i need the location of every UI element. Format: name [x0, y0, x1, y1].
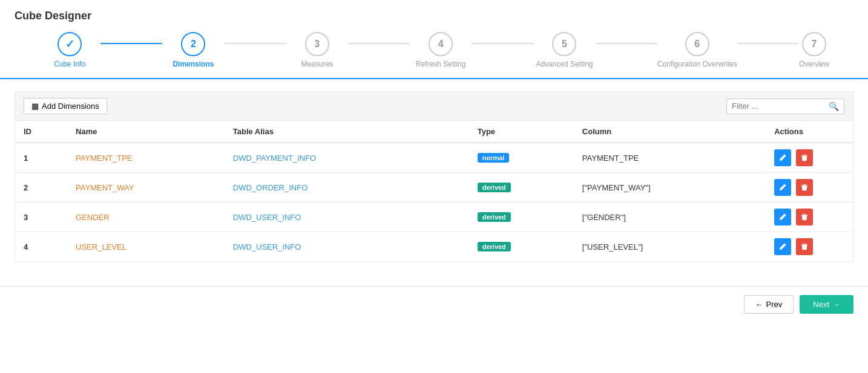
step-circle-3: 3 — [305, 32, 329, 56]
step-line-4 — [472, 43, 533, 44]
col-header-name: Name — [67, 121, 225, 143]
next-arrow-icon: → — [832, 300, 840, 309]
trash-icon — [800, 183, 809, 192]
dimensions-table: ID Name Table Alias Type Column Actions … — [15, 120, 853, 262]
delete-button[interactable] — [796, 149, 813, 166]
cell-alias: DWD_USER_INFO — [225, 203, 469, 232]
cell-id: 4 — [15, 232, 68, 262]
next-label: Next — [813, 300, 829, 309]
step-item-overview[interactable]: 7 Overview — [799, 32, 829, 68]
trash-icon — [800, 242, 809, 251]
cell-id: 2 — [15, 173, 68, 203]
type-badge: derived — [478, 212, 511, 222]
prev-label: Prev — [766, 300, 783, 309]
cell-alias: DWD_ORDER_INFO — [225, 173, 469, 203]
step-item-refresh-setting[interactable]: 4 Refresh Setting — [410, 32, 472, 68]
col-header-column: Column — [574, 121, 766, 143]
edit-button[interactable] — [774, 209, 791, 225]
cell-column: ["PAYMENT_WAY"] — [574, 173, 766, 203]
table-icon: ▦ — [31, 102, 39, 111]
edit-button[interactable] — [774, 179, 791, 196]
next-button[interactable]: Next → — [800, 295, 853, 314]
col-header-type: Type — [469, 121, 574, 143]
cell-column: ["USER_LEVEL"] — [574, 232, 766, 262]
step-item-dimensions[interactable]: 2 Dimensions — [162, 32, 224, 68]
step-circle-4: 4 — [429, 32, 453, 56]
step-label-5: Advanced Setting — [536, 60, 593, 68]
toolbar: ▦ Add Dimensions 🔍 — [15, 91, 853, 120]
step-circle-7: 7 — [802, 32, 826, 56]
step-circle-1: ✓ — [58, 32, 82, 56]
step-item-cube-info[interactable]: ✓ Cube Info — [39, 32, 100, 68]
cell-alias: DWD_USER_INFO — [225, 232, 469, 262]
add-dimensions-button[interactable]: ▦ Add Dimensions — [24, 98, 107, 114]
step-circle-5: 5 — [552, 32, 576, 56]
cell-name: PAYMENT_WAY — [67, 173, 225, 203]
step-item-advanced-setting[interactable]: 5 Advanced Setting — [533, 32, 595, 68]
filter-input[interactable] — [732, 102, 829, 111]
step-line-5 — [596, 43, 657, 44]
cell-actions — [766, 203, 853, 232]
delete-button[interactable] — [796, 209, 813, 225]
cell-name: GENDER — [67, 203, 225, 232]
page-header: Cube Designer ✓ Cube Info 2 Dimensions 3… — [0, 0, 868, 79]
table-header-row: ID Name Table Alias Type Column Actions — [15, 121, 853, 143]
type-badge: derived — [478, 242, 511, 251]
cell-actions — [766, 232, 853, 262]
type-badge: derived — [478, 183, 511, 192]
prev-button[interactable]: ← Prev — [744, 295, 794, 314]
edit-button[interactable] — [774, 238, 791, 255]
step-label-3: Measures — [301, 60, 333, 68]
trash-icon — [800, 154, 809, 162]
type-badge: normal — [478, 153, 510, 163]
table-row: 4 USER_LEVEL DWD_USER_INFO derived ["USE… — [15, 232, 853, 262]
step-item-config-overwrites[interactable]: 6 Configuration Overwrites — [657, 32, 737, 68]
edit-icon — [778, 154, 787, 162]
step-label-4: Refresh Setting — [416, 60, 466, 68]
stepper: ✓ Cube Info 2 Dimensions 3 Measures 4 Re… — [15, 32, 853, 78]
filter-wrapper: 🔍 — [726, 99, 844, 114]
step-item-measures[interactable]: 3 Measures — [286, 32, 348, 68]
cell-type: normal — [469, 143, 574, 173]
cell-actions — [766, 143, 853, 173]
trash-icon — [800, 213, 809, 221]
prev-arrow-icon: ← — [755, 300, 763, 309]
edit-icon — [778, 183, 787, 192]
page-wrapper: Cube Designer ✓ Cube Info 2 Dimensions 3… — [0, 0, 868, 373]
step-label-1: Cube Info — [54, 60, 85, 68]
step-label-7: Overview — [799, 60, 829, 68]
table-row: 1 PAYMENT_TPE DWD_PAYMENT_INFO normal PA… — [15, 143, 853, 173]
checkmark-icon: ✓ — [65, 37, 74, 51]
delete-button[interactable] — [796, 238, 813, 255]
footer: ← Prev Next → — [0, 286, 868, 322]
page-title: Cube Designer — [15, 10, 853, 22]
edit-icon — [778, 213, 787, 221]
table-row: 2 PAYMENT_WAY DWD_ORDER_INFO derived ["P… — [15, 173, 853, 203]
cell-actions — [766, 173, 853, 203]
step-circle-2: 2 — [181, 32, 205, 56]
cell-id: 3 — [15, 203, 68, 232]
cell-id: 1 — [15, 143, 68, 173]
cell-type: derived — [469, 203, 574, 232]
search-icon: 🔍 — [829, 102, 839, 111]
step-line-6 — [737, 43, 799, 44]
col-header-id: ID — [15, 121, 68, 143]
col-header-alias: Table Alias — [225, 121, 469, 143]
cell-type: derived — [469, 173, 574, 203]
edit-icon — [778, 242, 787, 251]
step-label-2: Dimensions — [173, 60, 214, 68]
edit-button[interactable] — [774, 149, 791, 166]
delete-button[interactable] — [796, 179, 813, 196]
step-circle-6: 6 — [685, 32, 709, 56]
step-line-2 — [225, 43, 286, 44]
content-area: ▦ Add Dimensions 🔍 ID Name Table Alias T… — [0, 79, 868, 274]
table-row: 3 GENDER DWD_USER_INFO derived ["GENDER"… — [15, 203, 853, 232]
cell-column: ["GENDER"] — [574, 203, 766, 232]
step-label-6: Configuration Overwrites — [657, 60, 737, 68]
cell-alias: DWD_PAYMENT_INFO — [225, 143, 469, 173]
step-line-1 — [100, 43, 162, 44]
col-header-actions: Actions — [766, 121, 853, 143]
step-line-3 — [348, 43, 410, 44]
cell-name: PAYMENT_TPE — [67, 143, 225, 173]
cell-column: PAYMENT_TPE — [574, 143, 766, 173]
